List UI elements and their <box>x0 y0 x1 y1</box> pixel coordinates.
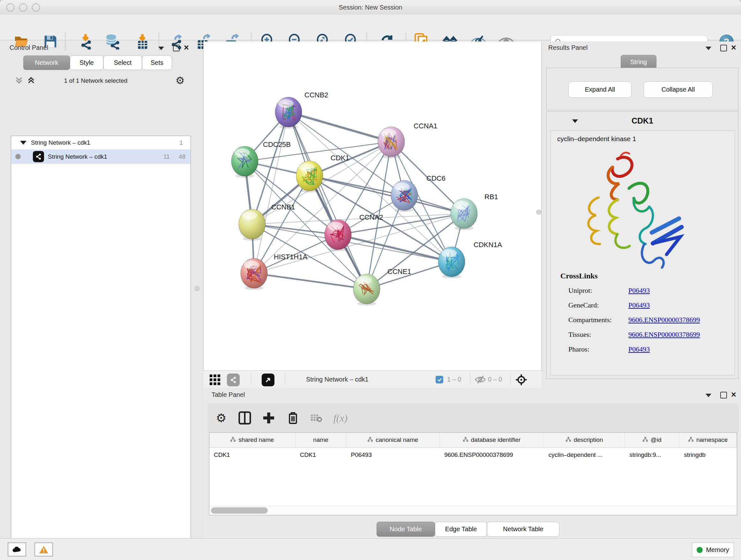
cell[interactable]: cyclin–dependent ... <box>544 448 625 462</box>
column-type-icon <box>688 436 693 443</box>
network-current-dot-icon <box>15 154 21 159</box>
network-node-RB1[interactable] <box>451 199 477 230</box>
column-header-description[interactable]: description <box>544 433 625 447</box>
cell[interactable]: stringdb <box>679 448 737 462</box>
bar-separator <box>470 373 470 385</box>
network-node-CCNE1[interactable] <box>353 274 380 306</box>
control-panel-menu-icon[interactable] <box>158 47 164 50</box>
tree-expand-icon[interactable] <box>20 141 26 145</box>
birds-eye-grid-icon[interactable] <box>209 374 221 387</box>
cell[interactable]: stringdb:9... <box>625 448 679 462</box>
string-badge-icon[interactable] <box>227 374 240 386</box>
column-header--id[interactable]: @id <box>625 433 679 447</box>
cloud-status-icon[interactable] <box>8 543 26 557</box>
network-node-CDC25B[interactable] <box>231 146 258 178</box>
control-panel: Control Panel × NetworkStyleSelectSets 1… <box>3 42 189 538</box>
table-panel-title: Table Panel <box>212 391 245 398</box>
crosslink-link[interactable]: 9606.ENSP00000378699 <box>628 330 700 339</box>
table-panel-close-icon[interactable]: × <box>731 391 736 398</box>
column-type-icon <box>230 436 235 443</box>
expand-all-button[interactable]: Expand All <box>568 81 631 98</box>
network-selected-status: 1 of 1 Network selected <box>3 77 189 84</box>
tab-string[interactable]: String <box>621 55 657 69</box>
column-header-shared-name[interactable]: shared name <box>209 433 295 447</box>
results-panel-title: Results Panel <box>548 44 588 51</box>
table-gear-icon[interactable]: ⚙ <box>213 410 229 426</box>
column-header-canonical-name[interactable]: canonical name <box>346 433 440 447</box>
collapse-all-button[interactable]: Collapse All <box>644 81 713 98</box>
crosslink-link[interactable]: P06493 <box>628 345 650 354</box>
crosslink-link[interactable]: 9606.ENSP00000378699 <box>628 316 700 324</box>
cell[interactable]: CDK1 <box>209 448 295 462</box>
cell[interactable]: CDK1 <box>295 448 347 462</box>
network-view-toolbar: String Network – cdk1 1 – 0 0 – 0 <box>203 370 542 388</box>
node-label-CDC6: CDC6 <box>426 174 446 182</box>
table-hscrollbar-thumb[interactable] <box>211 507 268 514</box>
table-panel-menu-icon[interactable] <box>705 394 711 397</box>
tab-network-table[interactable]: Network Table <box>487 522 559 537</box>
column-header-name[interactable]: name <box>295 433 347 447</box>
hidden-eye-icon[interactable] <box>475 375 486 385</box>
table-header-row: shared namenamecanonical namedatabase id… <box>209 433 737 448</box>
cell[interactable]: 9606.ENSP00000378699 <box>440 448 544 462</box>
bar-separator <box>510 373 511 385</box>
table-panel-float-icon[interactable] <box>720 392 727 398</box>
network-node-CDC6[interactable] <box>391 180 418 212</box>
delete-column-icon[interactable] <box>285 410 301 426</box>
right-splitter-handle[interactable] <box>536 210 541 214</box>
tab-style[interactable]: Style <box>70 56 104 70</box>
network-node-CCNB2[interactable] <box>275 97 302 129</box>
network-node-CCNB1[interactable] <box>239 209 266 241</box>
tab-sets[interactable]: Sets <box>142 56 172 70</box>
main-toolbar: ? <box>0 15 741 40</box>
crosslinks-list: Uniprot:P06493GeneCard:P06493Compartment… <box>568 283 728 357</box>
crosslink-label: Compartments: <box>568 316 628 324</box>
results-panel-close-icon[interactable]: × <box>731 44 736 51</box>
memory-button[interactable]: Memory <box>692 543 734 557</box>
results-buttons-box: Expand All Collapse All <box>546 68 738 110</box>
tab-node-table[interactable]: Node Table <box>377 522 435 537</box>
network-list: String Network – cdk1 1 String Network –… <box>11 136 191 560</box>
network-row-selected[interactable]: String Network – cdk1 11 48 <box>11 149 191 164</box>
crosslink-link[interactable]: P06493 <box>628 301 650 309</box>
cell[interactable]: P06493 <box>346 448 440 462</box>
network-graph[interactable]: CCNB2CCNA1CDC25BCDK1CDC6RB1CCNB1CCNA2CDK… <box>204 42 541 370</box>
app-window: Session: New Session <box>0 0 741 560</box>
table-hscrollbar[interactable] <box>210 506 737 515</box>
selected-checkbox-icon[interactable] <box>435 376 443 383</box>
network-collection-row[interactable]: String Network – cdk1 1 <box>11 136 191 149</box>
network-node-CCNA1[interactable] <box>378 127 405 159</box>
network-node-CDKN1A[interactable] <box>438 247 465 278</box>
create-column-icon[interactable] <box>261 410 277 426</box>
column-header-namespace[interactable]: namespace <box>679 433 737 447</box>
crosslink-label: Pharos: <box>568 345 628 354</box>
control-panel-float-icon[interactable] <box>173 45 180 51</box>
node-label-HIST1H1A: HIST1H1A <box>274 253 307 261</box>
crosslink-row: Compartments:9606.ENSP00000378699 <box>568 313 728 327</box>
network-node-HIST1H1A[interactable] <box>241 258 267 290</box>
network-canvas[interactable]: CCNB2CCNA1CDC25BCDK1CDC6RB1CCNB1CCNA2CDK… <box>203 42 542 370</box>
function-builder-icon: f(x) <box>333 410 348 426</box>
tab-select[interactable]: Select <box>104 56 142 70</box>
network-options-gear-icon[interactable]: ⚙ <box>176 74 185 86</box>
results-panel-menu-icon[interactable] <box>705 47 711 50</box>
crosslink-label: Uniprot: <box>568 287 628 295</box>
fit-selection-crosshair-icon[interactable] <box>515 374 527 387</box>
results-panel-float-icon[interactable] <box>720 45 727 51</box>
memory-label: Memory <box>706 546 729 554</box>
column-header-database-identifier[interactable]: database identifier <box>440 433 544 447</box>
table-row[interactable]: CDK1CDK1P064939606.ENSP00000378699cyclin… <box>209 448 737 462</box>
crosslink-row: Pharos:P06493 <box>568 342 728 357</box>
node-label-CCNA2: CCNA2 <box>359 213 383 221</box>
left-splitter-handle[interactable] <box>195 286 199 291</box>
crosslink-label: Tissues: <box>568 330 628 339</box>
open-in-window-icon[interactable] <box>262 374 274 386</box>
tab-edge-table[interactable]: Edge Table <box>435 522 487 537</box>
control-panel-close-icon[interactable]: × <box>184 44 189 51</box>
collection-count: 1 <box>179 139 183 146</box>
node-table[interactable]: shared namenamecanonical namedatabase id… <box>209 432 737 515</box>
show-columns-icon[interactable] <box>237 410 253 426</box>
warning-status-icon[interactable] <box>35 543 53 557</box>
tab-network[interactable]: Network <box>23 56 70 70</box>
crosslink-link[interactable]: P06493 <box>628 287 650 295</box>
